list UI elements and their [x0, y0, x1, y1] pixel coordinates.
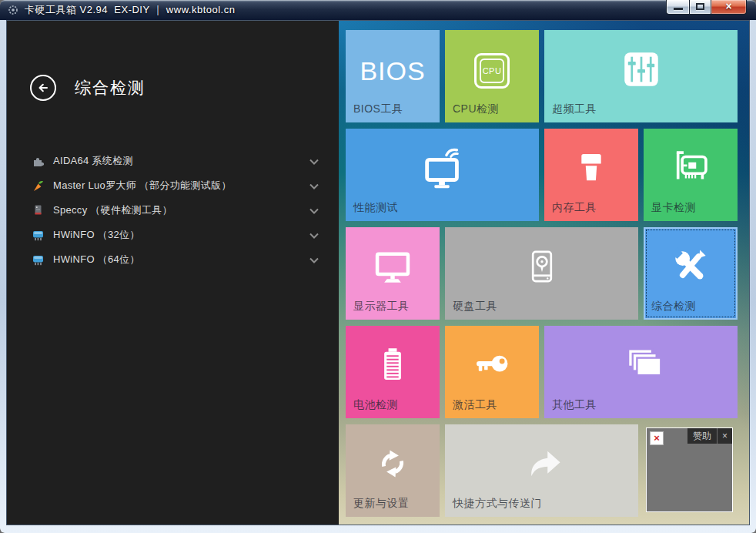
tile-memory-tools[interactable]: 内存工具 [544, 129, 638, 221]
tile-performance-test[interactable]: 性能测试 [346, 129, 539, 221]
chip-icon [32, 229, 45, 242]
sidebar: 综合检测 AIDA64 系统检测 [7, 21, 339, 525]
app-icon [7, 4, 19, 16]
ram-icon [569, 146, 614, 193]
windows-stack-icon [618, 342, 664, 391]
monitor-icon [370, 244, 415, 292]
window-title: 卡硬工具箱 V2.94 EX-DIY ｜ www.kbtool.cn [25, 0, 235, 20]
sponsor-close-button[interactable]: × [717, 428, 732, 444]
window-frame: 综合检测 AIDA64 系统检测 [0, 20, 756, 533]
key-icon [470, 343, 514, 391]
chevron-down-icon[interactable] [309, 228, 319, 242]
tile-gpu-detect[interactable]: 显卡检测 [644, 129, 738, 221]
sidebar-item-speccy[interactable]: Speccy （硬件检测工具） [7, 198, 339, 223]
close-icon: × [711, 0, 746, 13]
tile-monitor-tools[interactable]: 显示器工具 [346, 227, 440, 320]
chevron-down-icon[interactable] [309, 179, 319, 193]
maximize-button[interactable] [689, 0, 711, 15]
tile-shortcuts-portal[interactable]: 快捷方式与传送门 [445, 424, 638, 517]
carrot-icon [32, 179, 45, 193]
equalizer-icon [619, 47, 664, 95]
sidebar-item-hwinfo32[interactable]: HWiNFO （32位） [7, 223, 339, 247]
sidebar-item-aida64[interactable]: AIDA64 系统检测 [7, 149, 339, 173]
pc-tower-icon [32, 204, 45, 217]
sponsor-panel: × 赞助 × [646, 427, 733, 512]
tile-comprehensive-detect[interactable]: 综合检测 [644, 227, 738, 320]
broken-image-icon: × [650, 431, 664, 445]
refresh-icon [371, 442, 414, 488]
battery-icon [370, 343, 415, 391]
sponsor-tabs: 赞助 × [687, 428, 732, 444]
hdd-icon [520, 244, 564, 292]
minimize-icon [674, 8, 683, 10]
maximize-icon [696, 3, 704, 10]
chevron-down-icon[interactable] [309, 253, 319, 266]
tile-other-tools[interactable]: 其他工具 [544, 326, 738, 418]
tile-update-settings[interactable]: 更新与设置 [346, 424, 440, 517]
tile-cpu-detect[interactable]: CPU CPU检测 [445, 30, 539, 122]
sidebar-header: 综合检测 [7, 21, 339, 101]
window-controls: × [666, 0, 747, 15]
tile-activation-tools[interactable]: 激活工具 [445, 326, 539, 418]
sponsor-cell: × 赞助 × [644, 424, 738, 517]
tile-disk-tools[interactable]: 硬盘工具 [445, 227, 638, 320]
sidebar-item-master-luo[interactable]: Master Luo罗大师 （部分功能测试版） [7, 173, 339, 198]
page-title: 综合检测 [75, 77, 146, 99]
tile-bios-tools[interactable]: BIOS BIOS工具 [346, 30, 440, 122]
gpu-card-icon [668, 146, 713, 193]
content-area: 综合检测 AIDA64 系统检测 [6, 20, 750, 525]
puzzle-icon [32, 155, 45, 168]
tile-battery-detect[interactable]: 电池检测 [346, 326, 440, 418]
forward-arrow-icon [520, 441, 564, 489]
back-button[interactable] [30, 75, 56, 101]
bios-text-icon: BIOS [360, 55, 425, 85]
chip-icon [32, 253, 45, 266]
arrow-left-icon [36, 81, 50, 95]
monitor-speed-icon [419, 144, 467, 195]
tile-overclock-tools[interactable]: 超频工具 [544, 30, 738, 122]
sidebar-item-hwinfo64[interactable]: HWiNFO （64位） [7, 247, 339, 272]
titlebar: 卡硬工具箱 V2.94 EX-DIY ｜ www.kbtool.cn × [0, 0, 756, 20]
chevron-down-icon[interactable] [309, 203, 319, 217]
chevron-down-icon[interactable] [309, 154, 319, 168]
cpu-chip-icon: CPU [474, 53, 510, 89]
app-window: 卡硬工具箱 V2.94 EX-DIY ｜ www.kbtool.cn × 综合检… [0, 0, 756, 533]
tool-list: AIDA64 系统检测 Master Luo罗大师 （部分功能测试版） [7, 101, 339, 272]
wrench-screwdriver-icon [667, 243, 714, 293]
minimize-button[interactable] [666, 0, 689, 15]
sponsor-tab[interactable]: 赞助 [687, 428, 717, 444]
close-button[interactable]: × [711, 0, 747, 15]
tile-grid: BIOS BIOS工具 CPU CPU检测 [346, 30, 738, 517]
tiles-pane: BIOS BIOS工具 CPU CPU检测 [339, 21, 749, 525]
